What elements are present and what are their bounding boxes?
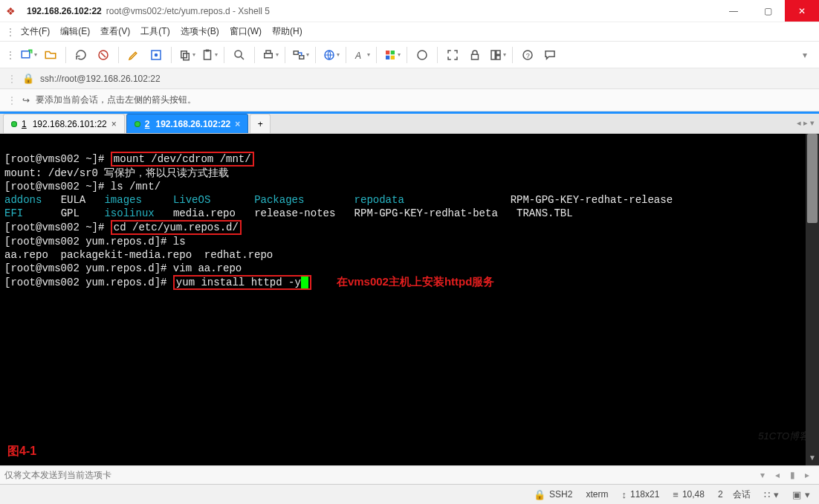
transfer-button[interactable] — [291, 46, 309, 64]
session-tab-1[interactable]: 1 192.168.26.101:22 × — [3, 114, 125, 133]
menu-tools[interactable]: 工具(T) — [140, 25, 169, 38]
svg-rect-11 — [294, 51, 298, 54]
svg-rect-20 — [472, 54, 479, 59]
term-line: aa.repo packagekit-media.repo redhat.rep… — [4, 249, 273, 261]
close-button[interactable]: ✕ — [785, 0, 819, 22]
input-bar-icon[interactable]: ▮ — [785, 470, 800, 480]
term-line: [root@vms002 yum.repos.d]# yum install h… — [4, 277, 494, 288]
lock-button[interactable] — [466, 46, 484, 64]
lock-icon: 🔒 — [22, 73, 34, 84]
terminal[interactable]: [root@vms002 ~]# mount /dev/cdrom /mnt/ … — [0, 134, 806, 465]
term-line: [root@vms002 ~]# cd /etc/yum.repos.d/ — [4, 222, 242, 233]
menu-help[interactable]: 帮助(H) — [272, 25, 302, 38]
tab-close-icon[interactable]: × — [235, 119, 240, 129]
term-line: [root@vms002 ~]# mount /dev/cdrom /mnt/ — [4, 153, 254, 165]
scrollbar-thumb[interactable] — [807, 134, 818, 223]
term-line: EFI GPL isolinux media.repo release-note… — [4, 207, 573, 219]
fullscreen-button[interactable] — [444, 46, 462, 64]
address-url[interactable]: ssh://root@192.168.26.102:22 — [40, 74, 161, 84]
highlight-box: mount /dev/cdrom /mnt/ — [111, 152, 254, 167]
disconnect-button[interactable] — [94, 46, 112, 64]
chat-button[interactable] — [541, 46, 559, 64]
hintbar-grip[interactable]: ⋮ — [7, 95, 16, 106]
term-line: [root@vms002 yum.repos.d]# ls — [4, 236, 186, 248]
svg-text:?: ? — [526, 51, 530, 59]
term-line: mount: /dev/sr0 写保护，将以只读方式挂载 — [4, 167, 229, 179]
highlight-box: yum install httpd -y — [173, 275, 311, 290]
maximize-button[interactable]: ▢ — [751, 0, 785, 22]
paste-button[interactable] — [200, 46, 218, 64]
addressbar-grip[interactable]: ⋮ — [7, 74, 16, 84]
status-dot-icon — [11, 121, 17, 127]
new-tab-button[interactable]: + — [250, 114, 271, 133]
addressbar: ⋮ 🔒 ssh://root@192.168.26.102:22 — [0, 68, 819, 89]
svg-rect-15 — [386, 51, 389, 54]
window-controls: — ▢ ✕ — [716, 0, 819, 22]
font-button[interactable]: A — [352, 46, 370, 64]
menubar-grip[interactable]: ⋮ — [6, 27, 10, 37]
menu-view[interactable]: 查看(V) — [100, 25, 130, 38]
svg-rect-9 — [264, 53, 272, 57]
help-icon-button[interactable] — [413, 46, 431, 64]
resize-icon: ↕ — [621, 489, 627, 500]
send-input[interactable] — [4, 470, 755, 480]
reconnect-button[interactable] — [72, 46, 90, 64]
svg-rect-23 — [496, 55, 499, 59]
status-size: ↕118x21 — [621, 489, 659, 500]
new-session-button[interactable] — [19, 46, 37, 64]
open-button[interactable] — [42, 46, 59, 64]
annotation-text: 在vms002主机上安装httpd服务 — [337, 275, 495, 288]
scroll-down-icon[interactable]: ▼ — [806, 453, 819, 465]
svg-point-3 — [155, 53, 158, 56]
input-prev-icon[interactable]: ◂ — [770, 470, 785, 480]
session-tab-2[interactable]: 2 192.168.26.102:22 × — [126, 114, 248, 133]
figure-label: 图4-1 — [7, 444, 36, 459]
window-host: 192.168.26.102:22 — [27, 6, 102, 16]
scrollbar[interactable]: ▼ — [806, 134, 819, 465]
edit-properties-button[interactable] — [125, 46, 143, 64]
tab-close-icon[interactable]: × — [111, 119, 117, 129]
menu-file[interactable]: 文件(F) — [21, 25, 50, 38]
tabbar: 1 192.168.26.101:22 × 2 192.168.26.102:2… — [0, 112, 819, 134]
menu-edit[interactable]: 编辑(E) — [60, 25, 90, 38]
find-button[interactable] — [230, 46, 248, 64]
about-button[interactable]: ? — [519, 46, 537, 64]
svg-rect-16 — [390, 51, 394, 54]
hint-text: 要添加当前会话，点击左侧的箭头按钮。 — [36, 94, 196, 106]
send-inputbar: ▾ ◂ ▮ ▸ — [0, 465, 819, 485]
svg-rect-6 — [204, 51, 210, 59]
app-icon: ❖ — [6, 5, 22, 17]
toolbar-overflow[interactable]: ▾ — [803, 50, 813, 60]
svg-rect-10 — [266, 51, 271, 54]
status-options[interactable]: ∷▾ — [764, 489, 779, 500]
svg-rect-21 — [491, 51, 495, 59]
svg-rect-7 — [205, 49, 209, 51]
color-button[interactable] — [383, 46, 401, 64]
globe-button[interactable] — [322, 46, 340, 64]
hintbar: ⋮ ↪ 要添加当前会话，点击左侧的箭头按钮。 — [0, 89, 819, 112]
svg-rect-22 — [496, 51, 499, 54]
tab-nav[interactable]: ◂ ▸ ▾ — [797, 118, 815, 128]
svg-point-8 — [235, 51, 242, 57]
status-tray[interactable]: ▣▾ — [792, 489, 810, 500]
svg-rect-12 — [299, 55, 303, 59]
menubar: ⋮ 文件(F) 编辑(E) 查看(V) 工具(T) 选项卡(B) 窗口(W) 帮… — [0, 22, 819, 42]
status-term: xterm — [586, 489, 608, 500]
properties-button[interactable] — [147, 46, 165, 64]
svg-point-19 — [418, 51, 427, 59]
status-pos: ≡10,48 — [673, 489, 705, 500]
layout-button[interactable] — [488, 46, 506, 64]
input-dropdown-icon[interactable]: ▾ — [755, 470, 770, 480]
status-dot-icon — [135, 121, 140, 127]
print-button[interactable] — [261, 46, 279, 64]
hint-arrow-icon[interactable]: ↪ — [22, 95, 30, 106]
pos-icon: ≡ — [673, 489, 679, 500]
menu-window[interactable]: 窗口(W) — [230, 25, 262, 38]
copy-button[interactable] — [178, 46, 195, 64]
toolbar-grip[interactable]: ⋮ — [6, 50, 15, 60]
svg-rect-17 — [386, 55, 389, 59]
status-proto: 🔒SSH2 — [534, 489, 572, 500]
menu-tabs[interactable]: 选项卡(B) — [181, 25, 219, 38]
input-next-icon[interactable]: ▸ — [800, 470, 815, 480]
minimize-button[interactable]: — — [716, 0, 751, 22]
